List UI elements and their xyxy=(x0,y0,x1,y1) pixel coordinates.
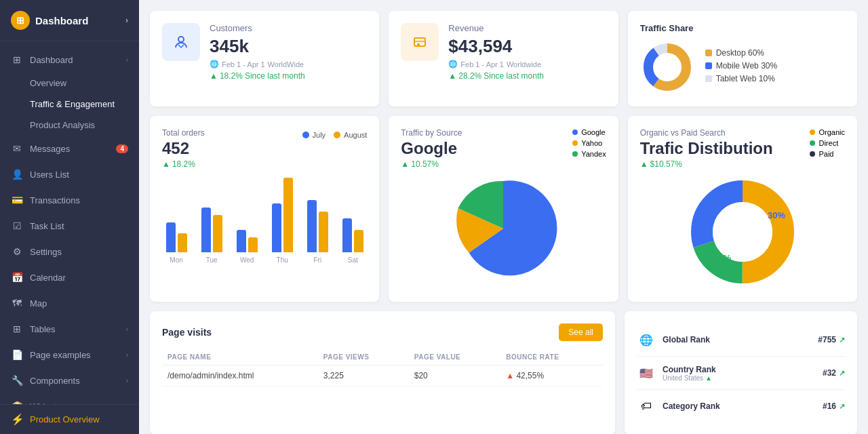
cell-page-value: $20 xyxy=(409,366,500,387)
july-label: July xyxy=(313,131,326,139)
svg-rect-5 xyxy=(417,43,420,46)
august-bar xyxy=(213,215,222,252)
desktop-label: Desktop 60% xyxy=(716,48,764,58)
bar-legend: July August xyxy=(302,131,368,139)
day-label: Thu xyxy=(277,256,288,264)
sidebar-item-transactions[interactable]: 💳 Transactions xyxy=(0,187,139,213)
august-bar xyxy=(283,178,293,252)
sidebar-item-label: Widgets xyxy=(30,401,128,405)
paid-legend-item: Paid xyxy=(810,150,845,158)
revenue-card: Revenue $43,594 🌐 Feb 1 - Apr 1 Worldwid… xyxy=(389,11,618,106)
sidebar-logo[interactable]: ⊞ Dashboard › xyxy=(0,0,139,41)
customers-card: Customers 345k 🌐 Feb 1 - Apr 1 WorldWide… xyxy=(150,11,379,106)
organic-donut-chart: 30% 50% 20% xyxy=(640,174,845,290)
direct-dot xyxy=(810,140,815,146)
widgets-icon: 📦 xyxy=(11,400,23,404)
flag-icon: 🇺🇸 xyxy=(637,363,656,382)
components-icon: 🔧 xyxy=(11,374,23,387)
customers-icon-box xyxy=(162,23,200,61)
users-icon: 👤 xyxy=(11,168,23,180)
yandex-dot xyxy=(572,151,578,157)
customers-title: Customers xyxy=(210,23,367,33)
logo-icon: ⊞ xyxy=(11,11,30,30)
cell-page-views: 3,225 xyxy=(318,366,409,387)
sidebar-item-page-examples[interactable]: 📄 Page examples › xyxy=(0,342,139,368)
bar-groups: Mon Tue xyxy=(162,176,367,264)
sidebar-item-label: Map xyxy=(30,298,128,309)
sidebar-item-task-list[interactable]: ☑ Task List xyxy=(0,213,139,239)
revenue-title: Revenue xyxy=(448,23,606,33)
sidebar-item-overview[interactable]: Overview xyxy=(0,73,139,94)
page-visits-header: Page visits See all xyxy=(162,323,603,341)
day-label: Wed xyxy=(240,256,254,264)
table-body: /demo/admin/index.html 3,225 $20 ▲ 42,55… xyxy=(162,366,603,387)
direct-legend-item: Direct xyxy=(810,139,845,147)
august-dot xyxy=(334,132,340,138)
customers-value: 345k xyxy=(210,36,367,57)
cell-page-name: /demo/admin/index.html xyxy=(162,366,318,387)
july-bar xyxy=(166,222,176,252)
traffic-share-content: Desktop 60% Mobile Web 30% Tablet Web 10… xyxy=(640,40,845,94)
bottom-row: Page visits See all PAGE NAME PAGE VIEWS… xyxy=(150,311,857,434)
global-rank-title: Global Rank xyxy=(663,335,811,344)
orders-label: Total orders xyxy=(162,128,205,138)
traffic-donut xyxy=(640,40,694,94)
sidebar-item-messages[interactable]: ✉ Messages 4 xyxy=(0,136,139,161)
organic-title: Trafic Distibution xyxy=(640,139,773,158)
sidebar-item-label: Messages xyxy=(30,144,109,154)
sidebar-item-components[interactable]: 🔧 Components › xyxy=(0,368,139,393)
middle-row: Total orders 452 ▲ 18.2% July August xyxy=(150,116,857,302)
country-trend-small: ▲ xyxy=(705,374,712,382)
sidebar-item-product-analysis[interactable]: Product Analysis xyxy=(0,115,139,136)
logo-label: Dashboard xyxy=(35,15,88,26)
sidebar-item-tables[interactable]: ⊞ Tables › xyxy=(0,316,139,342)
traffic-source-value: Google xyxy=(401,139,462,158)
settings-icon: ⚙ xyxy=(11,245,23,258)
organic-legend-item: Organic xyxy=(810,128,845,136)
up-arrow-icon: ▲ xyxy=(401,159,409,169)
chevron-icon: › xyxy=(126,56,128,64)
bounce-arrow: ▲ xyxy=(506,371,514,380)
august-bar xyxy=(178,233,187,252)
up-arrow-icon: ▲ xyxy=(640,159,648,169)
rank-item-category: 🏷 Category Rank #16 ↗ xyxy=(637,390,845,422)
sidebar-item-map[interactable]: 🗺 Map xyxy=(0,290,139,316)
sidebar-item-calendar[interactable]: 📅 Calendar xyxy=(0,264,139,290)
revenue-icon-box xyxy=(401,23,439,61)
traffic-source-change: ▲ 10.57% xyxy=(401,159,462,169)
total-orders-card: Total orders 452 ▲ 18.2% July August xyxy=(150,116,379,302)
sidebar-item-settings[interactable]: ⚙ Settings xyxy=(0,239,139,264)
svg-text:20%: 20% xyxy=(713,253,731,263)
pie-chart xyxy=(401,174,606,283)
col-bounce-rate: BOUNCE RATE xyxy=(500,349,603,366)
sidebar-item-label: Calendar xyxy=(30,273,128,283)
legend-mobile: Mobile Web 30% xyxy=(705,61,845,71)
category-icon: 🏷 xyxy=(637,397,656,416)
sidebar-item-traffic[interactable]: Traffic & Engagement xyxy=(0,94,139,115)
sidebar: ⊞ Dashboard › ⊞ Dashboard › Overview Tra… xyxy=(0,0,139,434)
date-globe-icon: 🌐 xyxy=(210,60,219,68)
bar-group-mon: Mon xyxy=(162,178,191,264)
task-icon: ☑ xyxy=(11,220,23,232)
bar-group-thu: Thu xyxy=(268,178,296,264)
sidebar-item-dashboard[interactable]: ⊞ Dashboard › xyxy=(0,47,139,73)
see-all-button[interactable]: See all xyxy=(559,323,603,341)
cell-bounce-rate: ▲ 42,55% xyxy=(500,366,603,387)
bar-group-tue: Tue xyxy=(197,178,226,264)
legend-desktop: Desktop 60% xyxy=(705,48,845,58)
mobile-label: Mobile Web 30% xyxy=(716,61,778,71)
august-label: August xyxy=(344,131,367,139)
trend-icon: ↗ xyxy=(839,336,845,344)
trend-icon: ↗ xyxy=(839,369,845,378)
dashboard-icon: ⊞ xyxy=(11,54,23,66)
sidebar-item-users-list[interactable]: 👤 Users List xyxy=(0,161,139,187)
footer-icon: ⚡ xyxy=(11,413,24,426)
country-rank-title: Country Rank xyxy=(663,365,816,374)
sidebar-item-label: Task List xyxy=(30,221,128,231)
traffic-source-card: Traffic by Source Google ▲ 10.57% Google… xyxy=(389,116,618,302)
organic-legend: Organic Direct Paid xyxy=(810,128,845,158)
sidebar-footer[interactable]: ⚡ Product Overview xyxy=(0,404,139,434)
yahoo-legend: Yahoo xyxy=(572,139,606,147)
sidebar-item-widgets[interactable]: 📦 Widgets xyxy=(0,393,139,404)
tablet-dot xyxy=(705,75,712,82)
